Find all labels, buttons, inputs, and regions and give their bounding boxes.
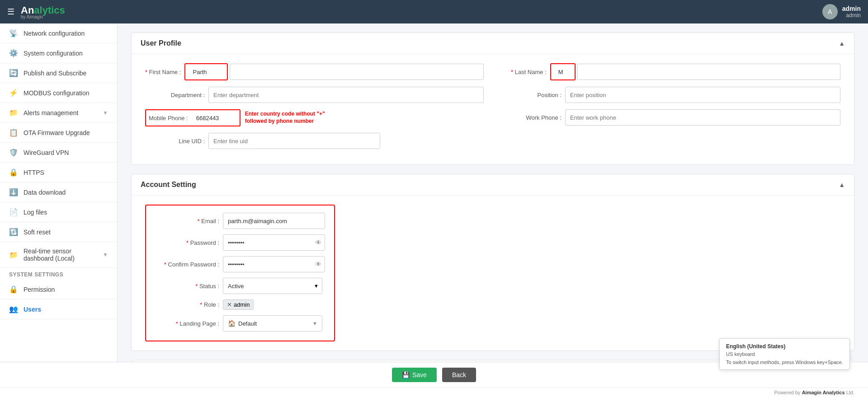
sidebar-item-label: Soft reset [24,229,51,236]
role-tag-label: admin [234,301,250,308]
sidebar-item-data-download[interactable]: ⬇️ Data download [0,182,117,202]
work-phone-input[interactable] [565,109,840,126]
landing-page-value: Default [238,320,310,327]
permission-icon: 🔒 [9,285,18,294]
back-label: Back [452,371,466,378]
last-name-input[interactable] [554,65,572,79]
alerts-icon: 📁 [9,108,18,117]
landing-page-select-wrapper[interactable]: 🏠 Default ▼ [223,315,322,332]
first-name-input[interactable] [188,65,224,79]
softreset-icon: 🔃 [9,228,18,236]
password-wrapper: 👁 [223,234,325,251]
email-label: * Email : [155,218,223,224]
sidebar-item-label: Alerts management [24,109,78,117]
password-row: * Password : 👁 [155,234,325,251]
sidebar-item-log-files[interactable]: 📄 Log files [0,202,117,222]
back-button[interactable]: Back [442,368,476,382]
navbar-left: ☰ Analytics by Aimagin [7,5,65,19]
mobile-phone-group: Mobile Phone : Enter country code withou… [145,109,484,126]
mobile-phone-highlight-box: Mobile Phone : [145,109,241,126]
mobile-phone-label: Mobile Phone : [149,115,192,121]
keyboard-line3: To switch input methods, press Windows k… [726,360,843,365]
keyboard-popup: English (United States) US keyboard To s… [719,338,850,370]
sidebar-item-label: Real-time sensor dashboard (Local) [24,248,97,262]
save-label: Save [412,371,427,378]
first-name-extra-input[interactable] [230,64,484,80]
sidebar-item-permission[interactable]: 🔒 Permission [0,280,117,299]
keyboard-line2: US keyboard [726,351,843,357]
users-icon: 👥 [9,305,18,313]
sidebar-item-wireguard[interactable]: 🛡️ WireGuard VPN [0,143,117,163]
https-icon: 🔒 [9,168,18,177]
avatar: A [822,4,838,19]
role-remove-icon[interactable]: ✕ [227,301,232,308]
account-setting-header: Account Setting ▲ [132,174,854,196]
account-setting-chevron[interactable]: ▲ [839,181,845,188]
ota-icon: 📋 [9,128,18,137]
mobile-phone-input[interactable] [192,111,237,125]
user-profile-body: * First Name : * Last Name : [132,54,854,164]
sidebar-item-label: HTTPS [24,169,44,176]
work-phone-label: Work Phone : [511,114,565,121]
confirm-password-eye-icon[interactable]: 👁 [315,261,321,268]
sidebar-item-alerts[interactable]: 📁 Alerts management ▼ [0,103,117,123]
name-row: * First Name : * Last Name : [145,63,840,80]
password-input[interactable] [223,234,325,251]
sidebar-item-realtime[interactable]: 📁 Real-time sensor dashboard (Local) ▼ [0,242,117,268]
hamburger-icon[interactable]: ☰ [7,7,14,17]
confirm-password-input[interactable] [223,256,325,272]
sidebar-item-soft-reset[interactable]: 🔃 Soft reset [0,222,117,242]
sidebar-item-ota[interactable]: 📋 OTA Firmware Upgrade [0,123,117,143]
account-setting-body: * Email : * Password : 👁 [132,196,854,350]
email-input[interactable] [223,213,325,229]
work-phone-group: Work Phone : [502,109,840,126]
line-uid-input[interactable] [208,133,380,149]
sidebar-item-publish-subscribe[interactable]: 🔄 Publish and Subscribe [0,63,117,83]
status-select-wrapper: Active Inactive ▼ [223,278,322,294]
department-input[interactable] [208,87,484,103]
save-button[interactable]: 💾 Save [392,368,437,382]
modbus-icon: ⚡ [9,89,18,97]
network-icon: 📡 [9,29,18,37]
sidebar-item-https[interactable]: 🔒 HTTPS [0,163,117,182]
user-profile-header: User Profile ▲ [132,33,854,54]
line-uid-row: Line UID : [145,133,840,149]
sidebar-item-users[interactable]: 👥 Users [0,299,117,319]
brand-alytics: alytics [34,5,65,16]
landing-page-chevron-icon: ▼ [312,321,317,326]
navbar-right: A admin admin [822,4,861,19]
mobile-phone-warning: Enter country code without "+" followed … [245,111,335,125]
required-star: * [145,69,147,75]
sidebar-item-modbus[interactable]: ⚡ MODBUS configuration [0,83,117,103]
account-setting-title: Account Setting [141,181,196,189]
last-name-highlight-box [550,63,576,80]
brand-an: An [21,5,34,16]
position-input[interactable] [565,87,840,103]
user-profile-section: User Profile ▲ * First Name : [131,33,854,165]
user-profile-chevron[interactable]: ▲ [839,40,845,47]
first-name-highlight-box [184,63,228,80]
powered-footer: Powered by Aimagin Analytics Ltd. [0,388,868,397]
sidebar-item-label: Data download [24,189,66,196]
last-name-extra-input[interactable] [577,64,840,80]
position-label: Position : [511,92,565,98]
chevron-down-icon: ▼ [103,252,108,258]
password-eye-icon[interactable]: 👁 [315,239,321,246]
status-label: * Status : [155,283,223,290]
sidebar-item-label: Users [24,306,41,313]
dept-row: Department : Position : [145,87,840,103]
password-label: * Password : [155,239,223,246]
publish-icon: 🔄 [9,69,18,77]
system-icon: ⚙️ [9,49,18,57]
logfiles-icon: 📄 [9,208,18,216]
navbar-brand: Analytics by Aimagin [21,5,65,19]
role-tag-admin: ✕ admin [223,299,254,310]
sidebar-item-label: System configuration [24,50,83,57]
confirm-password-label: * Confirm Password : [155,261,223,268]
sidebar-item-network-configuration[interactable]: 📡 Network configuration [0,23,117,43]
sidebar-item-system-configuration[interactable]: ⚙️ System configuration [0,43,117,63]
save-icon: 💾 [402,371,410,378]
department-label: Department : [145,92,208,98]
brand-title: Analytics [21,5,65,16]
status-select[interactable]: Active Inactive [223,278,322,294]
